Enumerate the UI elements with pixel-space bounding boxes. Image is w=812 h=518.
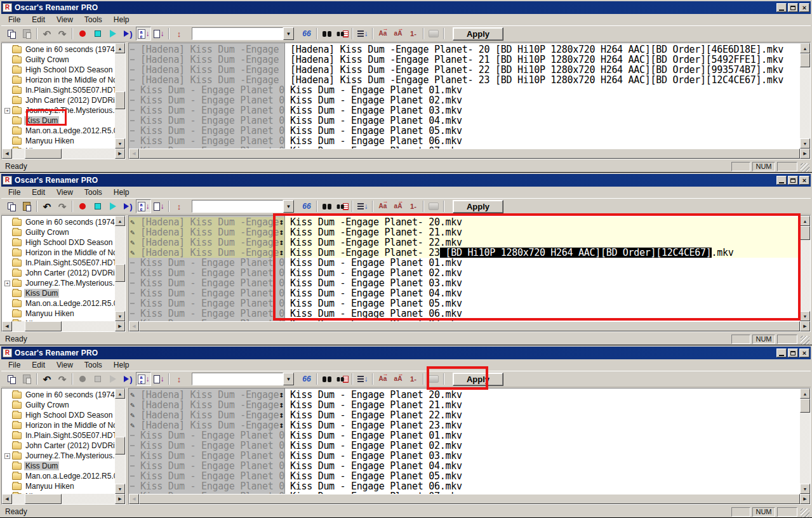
scroll-up-button[interactable]: ▲ (800, 216, 810, 226)
scroll-right-button[interactable]: ▶ (800, 494, 810, 504)
new-name-row[interactable]: Kiss Dum - Engage Planet 23.mkv (285, 420, 800, 430)
tree-folder-item[interactable]: + Manyuu Hiken (2, 136, 115, 146)
menu-tools[interactable]: Tools (79, 360, 108, 370)
tree-folder-item[interactable]: + Guilty Crown (2, 400, 115, 410)
new-name-row[interactable]: Kiss Dum - Engage Planet 03.mkv (285, 278, 800, 288)
new-name-row[interactable]: Kiss Dum - Engage Planet 06.mkv (285, 136, 800, 146)
scroll-left-button[interactable]: ◀ (2, 321, 12, 331)
apply-button[interactable]: Apply (453, 200, 503, 213)
tree-folder-item[interactable]: + Man.on.a.Ledge.2012.R5.0 (2, 126, 115, 136)
tree-folder-item[interactable]: + Manyuu Hiken (2, 481, 115, 491)
scroll-right-button[interactable]: ▶ (115, 494, 125, 504)
tree-folder-item[interactable]: + Kiss Dum (2, 461, 115, 471)
combo-dropdown-button[interactable]: ▼ (283, 373, 294, 385)
tree-folder-item[interactable]: + Gone in 60 seconds (1974) (2, 217, 115, 227)
editor-vertical-scrollbar[interactable]: ▲ ▼ (800, 388, 810, 494)
menu-file[interactable]: File (3, 15, 26, 25)
scroll-left-button[interactable]: ◀ (2, 149, 12, 159)
scroll-up-button[interactable]: ▲ (115, 43, 125, 53)
tree-horizontal-scrollbar[interactable]: ◀ ▶ (2, 494, 125, 504)
numbering-button[interactable]: 1- (406, 27, 421, 41)
find-replace-button[interactable] (335, 27, 350, 41)
new-name-row[interactable]: Kiss Dum - Engage Planet 02.mkv (285, 268, 800, 278)
record-button[interactable] (75, 372, 90, 386)
scroll-right-button[interactable]: ▶ (115, 149, 125, 159)
tree-folder-item[interactable]: + Gone in 60 seconds (1974) (2, 44, 115, 55)
new-name-row[interactable]: Kiss Dum - Engage Planet 22.mkv (285, 410, 800, 420)
tree-folder-item[interactable]: + Guilty Crown (2, 55, 115, 65)
find-button[interactable] (319, 27, 335, 41)
tree-folder-item[interactable]: + Horizon in the Middle of No (2, 75, 115, 85)
filter-input[interactable] (192, 27, 283, 40)
new-name-row[interactable]: Kiss Dum -Engage Planet- 23 [BD Hi10P 12… (285, 248, 800, 258)
filter-input[interactable] (192, 373, 283, 385)
new-name-row[interactable]: [Hadena] Kiss Dum -Engage Planet- 21 [BD… (285, 55, 800, 65)
new-name-row[interactable]: Kiss Dum - Engage Planet 01.mkv (285, 258, 800, 268)
tree-folder-item[interactable]: + In.Plain.Sight.S05E07.HDT (2, 258, 115, 268)
redo-button[interactable]: ↷ (55, 27, 70, 41)
paste-button[interactable] (19, 199, 34, 213)
tree-expander-icon[interactable]: + (4, 453, 10, 459)
new-name-row[interactable]: Kiss Dum - Engage Planet 06.mkv (285, 309, 800, 319)
tree-folder-item[interactable]: + Journey.2.The.Mysterious.I (2, 278, 115, 288)
scroll-left-button[interactable]: ◀ (129, 149, 139, 159)
menu-view[interactable]: View (51, 187, 79, 197)
new-name-row[interactable]: Kiss Dum - Engage Planet 05.mkv (285, 471, 800, 481)
find-replace-button[interactable] (335, 199, 350, 213)
menu-tools[interactable]: Tools (79, 187, 108, 197)
tree-folder-item[interactable]: + Guilty Crown (2, 227, 115, 237)
close-button[interactable]: × (799, 349, 809, 357)
paste-button[interactable] (19, 27, 34, 41)
scroll-thumb[interactable] (115, 264, 125, 282)
scroll-thumb[interactable] (115, 437, 125, 455)
menu-tools[interactable]: Tools (79, 15, 108, 25)
rename-tool-button[interactable] (426, 27, 441, 41)
record-button[interactable] (75, 199, 90, 213)
refresh-button[interactable]: ↕ (171, 27, 187, 41)
menu-view[interactable]: View (51, 15, 79, 25)
undo-button[interactable]: ↶ (39, 199, 55, 213)
copy-button[interactable] (4, 27, 19, 41)
tree-folder-item[interactable]: + Man.on.a.Ledge.2012.R5.0 (2, 298, 115, 309)
capitalize-button[interactable]: Aa (375, 27, 390, 41)
sort-list-button[interactable]: ↓ (355, 27, 370, 41)
preview-button[interactable]: 66 (299, 199, 314, 213)
scroll-down-button[interactable]: ▼ (800, 484, 810, 494)
new-name-row[interactable]: Kiss Dum -Engage Planet- 20.mkv (285, 217, 800, 227)
tree-folder-item[interactable]: + Manyuu Hiken (2, 309, 115, 319)
scroll-down-button[interactable]: ▼ (800, 138, 810, 149)
rename-tool-button[interactable] (426, 199, 441, 213)
menu-view[interactable]: View (51, 360, 79, 370)
editor-vertical-scrollbar[interactable]: ▲ ▼ (800, 43, 810, 149)
resize-grip-icon[interactable] (801, 163, 809, 172)
scroll-thumb[interactable] (139, 494, 800, 504)
new-name-row[interactable]: Kiss Dum - Engage Planet 03.mkv (285, 105, 800, 116)
scroll-up-button[interactable]: ▲ (800, 388, 810, 399)
tree-folder-item[interactable]: + High School DXD Season 1 (2, 237, 115, 248)
sort-files-button[interactable]: ↓ (151, 27, 166, 41)
tree-expander-icon[interactable]: + (4, 281, 10, 286)
menu-file[interactable]: File (3, 187, 26, 197)
numbering-button[interactable]: 1- (406, 199, 421, 213)
stop-button[interactable] (90, 372, 105, 386)
refresh-button[interactable]: ↕ (171, 372, 187, 386)
tree-folder-item[interactable]: + Man.on.a.Ledge.2012.R5.0 (2, 471, 115, 481)
uppercase-button[interactable]: aA (390, 27, 406, 41)
preview-button[interactable]: 66 (299, 372, 314, 386)
editor-vertical-scrollbar[interactable]: ▲ ▼ (800, 216, 810, 321)
minimize-button[interactable] (776, 349, 787, 357)
preview-button[interactable]: 66 (299, 27, 314, 41)
new-name-row[interactable]: Kiss Dum - Engage Planet 05.mkv (285, 298, 800, 309)
new-name-row[interactable]: Kiss Dum - Engage Planet 01.mkv (285, 85, 800, 95)
menu-help[interactable]: Help (108, 360, 135, 370)
new-name-row[interactable]: Kiss Dum - Engage Planet 20.mkv (285, 390, 800, 400)
tree-folder-item[interactable]: + Gone in 60 seconds (1974) (2, 390, 115, 400)
minimize-button[interactable] (776, 176, 787, 185)
find-replace-button[interactable] (335, 372, 350, 386)
new-name-row[interactable]: Kiss Dum - Engage Planet 04.mkv (285, 116, 800, 126)
filter-input[interactable] (192, 200, 283, 213)
scroll-thumb[interactable] (139, 149, 800, 159)
new-name-row[interactable]: [Hadena] Kiss Dum -Engage Planet- 22 [BD… (285, 65, 800, 75)
tree-folder-item[interactable]: + High School DXD Season 1 (2, 410, 115, 420)
numbering-button[interactable]: 1- (406, 372, 421, 386)
